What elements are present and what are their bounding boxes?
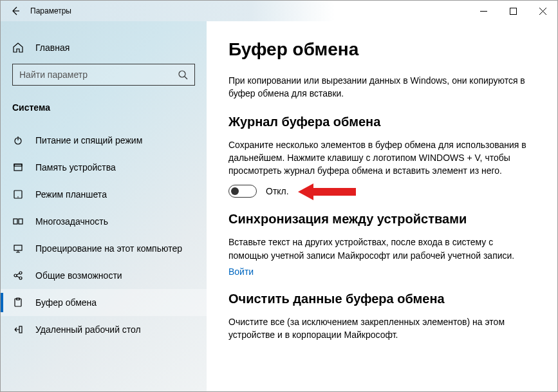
minimize-button[interactable] xyxy=(469,1,498,21)
toggle-label: Откл. xyxy=(266,186,289,196)
clear-heading: Очистить данные буфера обмена xyxy=(228,292,535,306)
svg-rect-14 xyxy=(19,219,23,224)
storage-icon xyxy=(13,162,23,173)
clipboard-icon xyxy=(13,297,23,308)
home-icon xyxy=(12,42,24,53)
tablet-icon xyxy=(13,189,23,200)
close-icon xyxy=(539,8,546,15)
back-button[interactable] xyxy=(1,1,30,21)
search-input[interactable] xyxy=(19,70,178,80)
sidebar-item-tablet[interactable]: Режим планшета xyxy=(1,181,207,208)
sidebar-item-label: Питание и спящий режим xyxy=(35,135,142,145)
svg-rect-23 xyxy=(19,326,22,333)
titlebar: Параметры xyxy=(1,1,557,21)
svg-point-17 xyxy=(19,272,22,274)
svg-rect-15 xyxy=(14,245,22,250)
sidebar-item-label: Память устройства xyxy=(35,162,116,173)
sidebar-item-label: Режим планшета xyxy=(35,189,107,200)
toggle-knob xyxy=(231,187,239,195)
svg-point-18 xyxy=(19,277,22,279)
sidebar-nav: Питание и спящий режим Память устройства… xyxy=(1,127,207,391)
maximize-icon xyxy=(510,8,517,15)
svg-point-5 xyxy=(179,71,185,77)
power-icon xyxy=(13,135,23,145)
svg-rect-9 xyxy=(14,164,22,171)
shared-icon xyxy=(13,270,23,281)
clear-text: Очистите все (за исключением закрепленны… xyxy=(228,315,535,342)
remote-icon xyxy=(13,324,23,335)
sidebar-category: Система xyxy=(1,97,207,118)
sidebar-item-power[interactable]: Питание и спящий режим xyxy=(1,127,207,154)
sidebar-item-label: Общие возможности xyxy=(35,270,122,281)
search-icon xyxy=(178,70,188,80)
content-area: Буфер обмена При копировании или вырезан… xyxy=(207,21,557,391)
svg-line-20 xyxy=(17,276,19,277)
project-icon xyxy=(13,243,23,254)
svg-rect-10 xyxy=(14,164,22,166)
sidebar-item-clipboard[interactable]: Буфер обмена xyxy=(1,289,207,316)
history-text: Сохраните несколько элементов в буфер об… xyxy=(228,138,535,178)
svg-rect-13 xyxy=(14,219,17,224)
sidebar-item-label: Буфер обмена xyxy=(35,297,97,308)
annotation-arrow-icon xyxy=(298,181,356,203)
home-label: Главная xyxy=(35,42,70,53)
history-heading: Журнал буфера обмена xyxy=(228,115,535,129)
multitask-icon xyxy=(13,216,23,227)
sidebar-item-shared[interactable]: Общие возможности xyxy=(1,262,207,289)
close-button[interactable] xyxy=(528,1,557,21)
svg-point-16 xyxy=(14,274,17,277)
maximize-button[interactable] xyxy=(498,1,528,21)
page-title: Буфер обмена xyxy=(228,39,535,60)
sidebar-item-project[interactable]: Проецирование на этот компьютер xyxy=(1,235,207,262)
sidebar-item-remote[interactable]: Удаленный рабочий стол xyxy=(1,316,207,343)
minimize-icon xyxy=(480,8,487,15)
arrow-left-icon xyxy=(10,6,21,16)
window-title: Параметры xyxy=(30,6,71,15)
signin-link[interactable]: Войти xyxy=(228,266,254,277)
settings-window: Параметры Главная Система xyxy=(0,0,558,392)
history-toggle[interactable] xyxy=(228,185,257,198)
sidebar-item-storage[interactable]: Память устройства xyxy=(1,154,207,181)
sidebar: Главная Система Питание и спящий режим П… xyxy=(1,21,207,391)
svg-point-12 xyxy=(17,196,19,198)
svg-line-19 xyxy=(17,274,19,275)
svg-line-6 xyxy=(185,77,187,79)
sidebar-item-label: Многозадачность xyxy=(35,216,108,227)
sync-heading: Синхронизация между устройствами xyxy=(228,212,535,227)
home-nav[interactable]: Главная xyxy=(1,37,207,64)
intro-text: При копировании или вырезании данных в W… xyxy=(228,74,535,100)
sidebar-item-label: Удаленный рабочий стол xyxy=(35,324,141,335)
svg-rect-2 xyxy=(510,8,516,14)
svg-marker-24 xyxy=(298,183,356,200)
search-box[interactable] xyxy=(12,64,195,86)
sidebar-item-label: Проецирование на этот компьютер xyxy=(35,243,182,254)
sidebar-item-multitask[interactable]: Многозадачность xyxy=(1,208,207,235)
sync-text: Вставьте текст на других устройствах, по… xyxy=(228,236,535,262)
